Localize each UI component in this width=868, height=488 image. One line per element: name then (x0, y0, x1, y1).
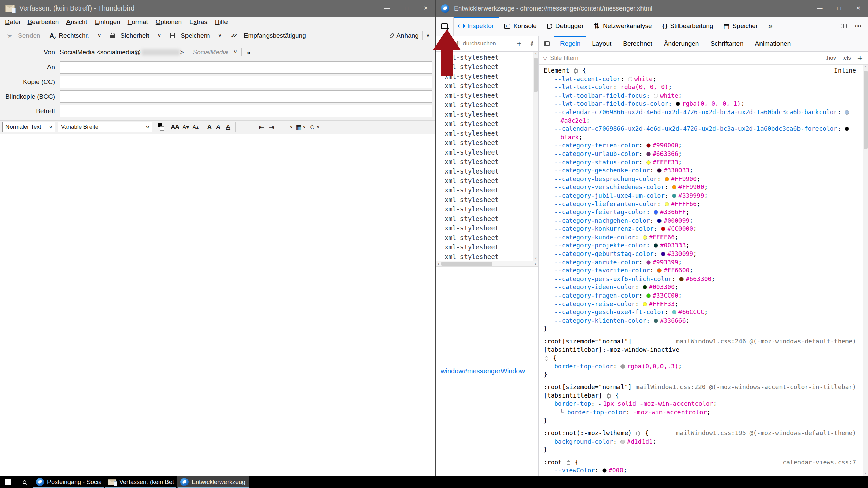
dropdown-chevron-icon[interactable] (94, 31, 101, 40)
menu-extras[interactable]: Extras (185, 18, 211, 26)
expand-headers-button[interactable]: » (246, 48, 251, 56)
color-swatch[interactable] (665, 177, 669, 181)
sidebar-toggle-button[interactable] (539, 36, 554, 51)
tab-more-tools[interactable] (763, 17, 781, 36)
highlight-selector-icon[interactable] (545, 357, 548, 360)
color-swatch[interactable] (654, 210, 658, 215)
scroll-right-icon[interactable]: › (533, 261, 538, 266)
color-swatch[interactable] (643, 285, 647, 289)
color-swatch[interactable] (646, 260, 651, 265)
toggle-classes-button[interactable]: .cls (839, 55, 854, 61)
css-rule[interactable]: InlineElement {--lwt-accent-color: white… (539, 65, 862, 336)
start-button[interactable] (0, 476, 16, 488)
menu-bearbeiten[interactable]: Bearbeiten (24, 18, 62, 26)
attach-dropdown-chevron-icon[interactable] (422, 31, 429, 40)
color-swatch[interactable] (646, 152, 651, 156)
color-swatch[interactable] (679, 277, 684, 281)
tab-console[interactable]: Konsole (499, 17, 542, 36)
from-value[interactable]: SocialMedia <socialmedia@ > SocialMedia … (60, 48, 432, 56)
dock-side-button[interactable] (837, 19, 850, 33)
tab-debugger[interactable]: Debugger (542, 17, 589, 36)
align-button[interactable]: ☰˅ (279, 122, 294, 132)
scroll-down-icon[interactable]: ˅ (863, 470, 868, 476)
smiley-button[interactable]: ☺˅ (308, 122, 320, 132)
highlight-selector-icon[interactable] (636, 432, 640, 435)
underline-button[interactable]: A˅ (223, 122, 233, 132)
color-swatch[interactable] (672, 194, 676, 198)
color-swatch[interactable] (845, 127, 849, 131)
markup-node[interactable]: xml-stylesheet (445, 223, 538, 233)
markup-node[interactable]: xml-stylesheet (445, 147, 538, 157)
scroll-left-icon[interactable]: ‹ (436, 261, 441, 266)
color-swatch[interactable] (845, 110, 849, 115)
color-swatch[interactable] (657, 168, 662, 173)
subtab-fonts[interactable]: Schriftarten (705, 36, 749, 51)
send-button[interactable]: Senden (3, 29, 45, 42)
rules-vertical-scrollbar[interactable]: ˄ ˅ (863, 65, 868, 476)
tab-inspector[interactable]: Inspektor (454, 17, 499, 36)
color-swatch[interactable] (676, 102, 680, 106)
color-swatch[interactable] (657, 219, 662, 223)
maximize-button[interactable]: □ (829, 0, 849, 17)
numbered-list-button[interactable]: ☰˅ (247, 122, 256, 132)
insert-image-button[interactable]: ▦˅ (294, 122, 307, 132)
task-devtools[interactable]: Entwicklerwerkzeug... (177, 476, 249, 488)
markup-node[interactable]: xml-stylesheet (445, 109, 538, 119)
color-swatch[interactable] (657, 268, 662, 273)
scroll-down-icon[interactable]: ˅ (533, 255, 538, 261)
markup-node[interactable]: xml-stylesheet (445, 53, 538, 62)
from-dropdown-chevron-icon[interactable]: ˅ (234, 49, 237, 55)
menu-ansicht[interactable]: Ansicht (62, 18, 91, 26)
color-swatch[interactable] (654, 243, 658, 248)
color-swatch[interactable] (620, 364, 625, 369)
menu-optionen[interactable]: Optionen (152, 18, 185, 26)
markup-node[interactable]: xml-stylesheet (445, 176, 538, 185)
toggle-pseudo-classes-button[interactable]: :hov (822, 55, 839, 61)
markup-node[interactable]: xml-stylesheet (445, 138, 538, 147)
attach-button[interactable]: Anhang (390, 31, 433, 40)
markup-node[interactable]: xml-stylesheet (445, 157, 538, 166)
tab-storage[interactable]: Speicher (718, 17, 763, 36)
rules-view[interactable]: InlineElement {--lwt-accent-color: white… (539, 65, 868, 476)
color-swatch[interactable] (661, 227, 665, 231)
markup-node[interactable]: xml-stylesheet (445, 214, 538, 223)
receipt-button[interactable]: Empfangsbestätigung (226, 29, 311, 42)
color-swatch[interactable] (654, 94, 658, 98)
menu-hilfe[interactable]: Hilfe (211, 18, 232, 26)
markup-node[interactable]: xml-stylesheet (445, 195, 538, 204)
add-node-button[interactable] (513, 36, 526, 51)
highlight-selector-icon[interactable] (574, 69, 578, 73)
color-swatch[interactable] (643, 302, 647, 306)
subtab-rules[interactable]: Regeln (554, 36, 586, 51)
markup-node[interactable]: xml-stylesheet (445, 185, 538, 195)
header-input[interactable] (60, 76, 432, 88)
color-swatch[interactable] (628, 77, 632, 81)
security-button[interactable]: Sicherheit (105, 29, 165, 42)
tab-network[interactable]: Netzwerkanalyse (589, 17, 657, 36)
color-swatch[interactable] (643, 235, 647, 240)
color-swatch[interactable] (672, 310, 676, 314)
eyedropper-button[interactable] (526, 36, 538, 51)
dropdown-chevron-icon[interactable] (215, 31, 221, 40)
markup-node[interactable]: xml-stylesheet (445, 252, 538, 261)
minimize-button[interactable]: — (377, 0, 397, 17)
markup-node[interactable]: xml-stylesheet (445, 72, 538, 81)
text-color-picker[interactable] (157, 122, 166, 132)
scrollbar-thumb[interactable] (441, 262, 492, 266)
outdent-button[interactable]: ⇤˅ (257, 122, 266, 132)
markup-node[interactable]: xml-stylesheet (445, 90, 538, 100)
subtab-animations[interactable]: Animationen (749, 36, 797, 51)
paragraph-style-select[interactable]: Normaler Text (2, 122, 55, 132)
markup-node[interactable]: xml-stylesheet (445, 62, 538, 72)
subtab-layout[interactable]: Layout (586, 36, 617, 51)
color-swatch[interactable] (665, 202, 669, 206)
color-swatch[interactable] (672, 185, 676, 189)
markup-node[interactable]: xml-stylesheet (445, 81, 538, 90)
color-swatch[interactable] (661, 252, 665, 256)
scroll-up-icon[interactable]: ˄ (533, 52, 538, 57)
header-input[interactable] (60, 105, 432, 117)
markup-horizontal-scrollbar[interactable]: ‹ › (436, 261, 538, 266)
css-rule[interactable]: mailWindow1.css:195 @(-moz-windows-defau… (539, 427, 862, 456)
scrollbar-thumb[interactable] (534, 58, 538, 92)
bold-button[interactable]: A˅ (203, 122, 213, 132)
